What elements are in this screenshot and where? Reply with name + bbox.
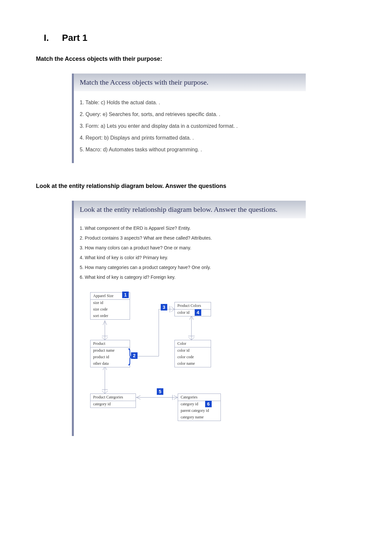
- section2-card-body: 1. What component of the ERD is Apparel …: [74, 218, 306, 289]
- entity-row: category id: [178, 401, 220, 408]
- section1-card-title: Match the Access objects with their purp…: [74, 74, 306, 91]
- list-item: 5. How many categories can a product cat…: [80, 265, 300, 270]
- section2-subhead: Look at the entity relationship diagram …: [36, 183, 356, 190]
- badge-4: 4: [195, 309, 201, 316]
- entity-categories: Categories category id parent category i…: [178, 394, 221, 421]
- entity-row: color id: [175, 310, 211, 316]
- entity-row: color name: [175, 361, 211, 367]
- badge-3: 3: [161, 304, 167, 311]
- page-title: I. Part 1: [36, 33, 356, 43]
- entity-product-categories: Product Categories category id: [90, 394, 136, 408]
- erd: Apparel Size size id size code sort orde…: [87, 292, 270, 436]
- entity-title: Product Categories: [90, 394, 136, 401]
- entity-product: Product product name product id other da…: [90, 340, 130, 367]
- entity-row: category name: [178, 414, 220, 421]
- list-item: 3. Form: a) Lets you enter and display d…: [80, 123, 300, 129]
- badge-6: 6: [205, 401, 212, 407]
- list-item: 4. What kind of key is color id? Primary…: [80, 255, 300, 260]
- page-title-text: Part 1: [62, 33, 88, 43]
- list-item: 5. Macro: d) Automates tasks without pro…: [80, 147, 300, 153]
- entity-row: product id: [90, 354, 130, 361]
- badge-5: 5: [157, 388, 163, 395]
- list-item: 1. Table: c) Holds the actual data. .: [80, 100, 300, 106]
- entity-row: size id: [90, 300, 130, 306]
- section1-card-body: 1. Table: c) Holds the actual data. . 2.…: [74, 91, 306, 163]
- list-item: 3. How many colors can a product have? O…: [80, 245, 300, 250]
- list-item: 6. What kind of key is category id? Fore…: [80, 275, 300, 280]
- entity-row: sort order: [90, 313, 130, 319]
- badge-1: 1: [122, 292, 129, 298]
- entity-row: color code: [175, 354, 211, 361]
- list-item: 2. Product contains 3 aspects? What are …: [80, 235, 300, 241]
- entity-product-colors: Product Colors color id: [174, 302, 211, 316]
- erd-container: Apparel Size size id size code sort orde…: [74, 289, 306, 436]
- entity-row: color id: [175, 347, 211, 354]
- entity-row: category id: [90, 401, 136, 408]
- section2-card: Look at the entity relationship diagram …: [72, 201, 306, 436]
- entity-row: product name: [90, 347, 130, 354]
- section1-subhead: Match the Access objects with their purp…: [36, 56, 356, 62]
- entity-color: Color color id color code color name: [174, 340, 211, 367]
- entity-row: size code: [90, 306, 130, 313]
- entity-title: Color: [175, 340, 211, 347]
- list-item: 1. What component of the ERD is Apparel …: [80, 226, 300, 231]
- section1-card: Match the Access objects with their purp…: [72, 74, 306, 163]
- entity-row: other data: [90, 361, 130, 367]
- entity-row: parent category id: [178, 408, 220, 414]
- list-item: 2. Query: e) Searches for, sorts, and re…: [80, 111, 300, 117]
- entity-title: Product Colors: [175, 302, 211, 310]
- page: I. Part 1 Match the Access objects with …: [0, 0, 392, 554]
- list-item: 4. Report: b) Displays and prints format…: [80, 135, 300, 141]
- badge-2: 2: [131, 352, 138, 359]
- entity-title: Categories: [178, 394, 220, 401]
- entity-title: Product: [90, 340, 130, 347]
- section2-card-title: Look at the entity relationship diagram …: [74, 201, 306, 218]
- page-title-roman: I.: [44, 33, 59, 43]
